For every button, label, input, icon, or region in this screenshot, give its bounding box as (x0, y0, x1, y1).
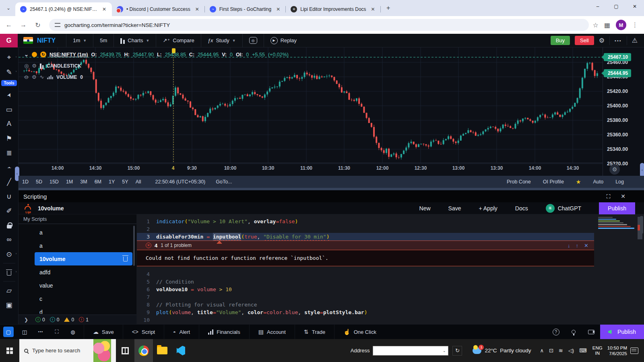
script-menu-apply-button[interactable]: + Apply (479, 205, 497, 212)
code-line-9[interactable]: 9plot(volume, title="Volume", color=colo… (137, 309, 594, 316)
cursor-tool-icon[interactable]: ➤ (2, 88, 17, 102)
split-columns-icon[interactable]: ◫ (19, 327, 30, 337)
problem-next-icon[interactable]: ↓ (568, 243, 570, 249)
alerts-warning-icon[interactable]: ⚠ (632, 37, 638, 44)
tray-chevron-up-icon[interactable]: ∧ (540, 348, 544, 354)
range-button-1d[interactable]: 1D (19, 179, 32, 185)
range-button-5d[interactable]: 5D (32, 179, 46, 185)
code-line-3[interactable]: 3disableFor30min = inputbool(true, "Disa… (137, 233, 594, 241)
browser-tab[interactable]: ~25467.1 (0.24%) @ NSE:NIFTY✕ (15, 2, 112, 16)
refresh-icon[interactable]: ↻ (40, 51, 46, 58)
tab-close-icon[interactable]: ✕ (275, 6, 282, 13)
legend-symbol[interactable]: NSE:NIFTY (1m) (50, 52, 88, 58)
financials-button[interactable]: Financials (199, 325, 249, 339)
axis-settings-gear-icon[interactable]: ⚙ (609, 164, 620, 175)
buy-button[interactable]: Buy (551, 36, 570, 45)
fullscreen-icon[interactable]: ⛶ (52, 327, 62, 337)
file-explorer-taskbar-icon[interactable] (153, 339, 171, 362)
link-tool-icon[interactable]: ∞ (2, 233, 17, 247)
indicator-row-volume[interactable]: ⊙ ⚙ ∿ VOLUME 0 (24, 74, 83, 80)
script-list-scrollbar[interactable] (133, 226, 135, 266)
more-dots-icon[interactable]: ••• (615, 38, 622, 43)
script-list-item[interactable]: adfd (35, 265, 132, 279)
touch-keyboard-tray-icon[interactable]: ⌨ (579, 348, 587, 354)
search-highlight-image[interactable] (93, 339, 111, 362)
back-icon[interactable]: ← (3, 19, 14, 31)
theme-icon[interactable]: ◍ (68, 327, 78, 337)
range-button-5y[interactable]: 5Y (118, 179, 132, 185)
account-button[interactable]: ▤Account (249, 325, 295, 339)
address-go-icon[interactable]: ↻ (452, 346, 462, 356)
favorite-star-icon[interactable]: ★ (576, 179, 581, 185)
problem-prev-icon[interactable]: ↑ (576, 243, 579, 249)
symbol-button[interactable]: NIFTY (37, 37, 56, 44)
url-bar[interactable]: gocharting.com/terminal?ticker=NSE:NIFTY (49, 19, 589, 31)
snapshot-tool-icon[interactable]: ▣ (2, 298, 17, 312)
new-tab-button[interactable]: + (383, 3, 394, 13)
site-settings-icon[interactable] (55, 23, 60, 27)
problem-close-icon[interactable]: ✕ (584, 243, 588, 249)
code-line-1[interactable]: 1indicator("Volume > 10 Alert", overlay=… (137, 218, 594, 225)
script-list-item[interactable]: d (35, 305, 132, 314)
window-minimize-button[interactable]: – (588, 0, 607, 13)
browser-tab[interactable]: ~First Steps - GoCharting✕ (205, 2, 286, 16)
script-button[interactable]: <>Script (123, 325, 164, 339)
settings-gear-icon[interactable]: ⚙ (599, 37, 605, 44)
indicator-settings-icon[interactable]: ⚙ (32, 74, 37, 80)
study-dropdown[interactable]: ƒxStudy▼ (201, 34, 242, 47)
one-click-button[interactable]: ☝One Click (334, 325, 385, 339)
action-center-icon[interactable] (630, 348, 638, 354)
range-control-log[interactable]: Log (615, 179, 624, 185)
chrome-taskbar-icon[interactable] (134, 339, 153, 362)
address-toolbar-input[interactable]: ⌄ (373, 346, 448, 356)
trash-tool-icon[interactable]: › (2, 265, 17, 279)
trend-line-tool-icon[interactable]: ╱ (2, 175, 17, 189)
crosshair-tool-icon[interactable]: ⌖› (2, 51, 17, 64)
browser-menu-icon[interactable]: ⋮ (632, 21, 638, 29)
save-button[interactable]: ☁Save (84, 325, 123, 339)
range-button-6m[interactable]: 6M (91, 179, 105, 185)
script-menu-save-button[interactable]: Save (448, 205, 461, 212)
browser-tab[interactable]: ✳Lipi Editor Improvements Docs✕ (286, 2, 380, 16)
code-line-4[interactable]: 4 (137, 270, 594, 278)
script-list-item[interactable]: 10volume (35, 252, 132, 265)
chatgpt-button[interactable]: ✳ ChatGPT (546, 204, 581, 213)
taskbar-clock[interactable]: 10:50 PM7/6/2025 (607, 345, 627, 356)
taskbar-search-box[interactable]: Type here to search (19, 339, 116, 362)
editor-minimap[interactable] (598, 217, 637, 230)
brush-tool-icon[interactable]: ✎› (2, 65, 17, 79)
code-editor[interactable]: 1indicator("Volume > 10 Alert", overlay=… (137, 214, 644, 324)
price-axis[interactable]: 25460.0025440.0025420.0025400.0025380.00… (603, 47, 644, 176)
code-line-6[interactable]: 6volAbove10 = volume > 10 (137, 286, 594, 293)
range-button-1y[interactable]: 1Y (105, 179, 118, 185)
browser-tab[interactable]: • Discord | Customer Success✕ (112, 2, 205, 16)
code-line-8[interactable]: 8// Plotting for visual reference (137, 301, 594, 309)
code-line-2[interactable]: 2 (137, 225, 594, 233)
tab-close-icon[interactable]: ✕ (369, 6, 377, 13)
script-list-item[interactable]: a (35, 239, 132, 252)
window-close-button[interactable]: ✕ (625, 0, 644, 13)
replay-button[interactable]: ▶Replay (264, 34, 303, 47)
volume-tray-icon[interactable]: ◁) (568, 348, 574, 354)
idea-bulb-icon[interactable] (565, 330, 582, 334)
vscode-taskbar-icon[interactable] (171, 339, 190, 362)
forward-icon[interactable]: → (18, 19, 29, 31)
sliders-tool-icon[interactable]: ≣ (2, 146, 17, 160)
ruler-tool-icon[interactable]: ▱ (2, 284, 17, 297)
close-icon[interactable]: ✕ (621, 193, 625, 200)
taskbar-weather-widget[interactable]: 1 22°C Partly cloudy (473, 348, 531, 354)
code-line-10[interactable]: 10 (137, 316, 594, 324)
interval-dropdown[interactable]: 1m▼ (66, 34, 93, 47)
range-button-3m[interactable]: 3M (76, 179, 91, 185)
flag-tool-icon[interactable]: ⚑ (2, 132, 17, 145)
editor-scrollbar[interactable] (640, 216, 643, 234)
code-line-7[interactable]: 7 (137, 293, 594, 301)
indicator-settings-icon[interactable]: ⚙ (32, 63, 37, 69)
delete-script-icon[interactable] (123, 257, 128, 261)
script-menu-new-button[interactable]: New (419, 205, 431, 212)
magnet-tool-icon[interactable]: ∪ (2, 189, 17, 203)
script-list-item[interactable]: a (35, 226, 132, 239)
range-button-1m[interactable]: 1M (62, 179, 76, 185)
language-indicator[interactable]: ENGIN (592, 346, 603, 356)
lock-tool-icon[interactable] (2, 218, 17, 232)
